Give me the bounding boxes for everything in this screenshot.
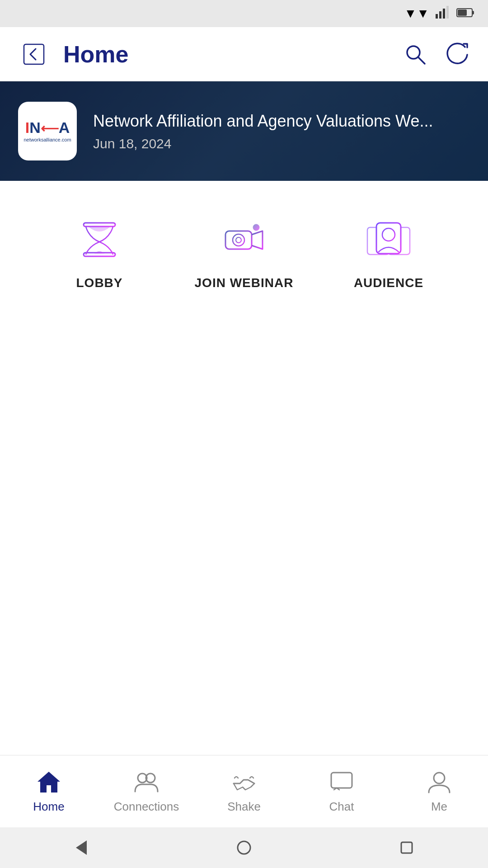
nav-connections[interactable]: Connections [98,769,195,814]
svg-marker-21 [38,772,60,793]
svg-rect-1 [439,11,441,19]
svg-rect-2 [443,9,445,19]
svg-point-14 [233,234,244,246]
signal-icon [436,6,450,22]
svg-point-25 [434,773,445,783]
nav-shake-label: Shake [227,800,261,814]
search-button[interactable] [403,42,427,66]
svg-rect-3 [446,6,449,19]
status-bar: ▼▼ [0,0,488,27]
svg-line-9 [418,57,425,64]
nav-me-label: Me [431,800,447,814]
nav-shake[interactable]: Shake [195,769,293,814]
banner-logo: IN⟵A networksalliance.com [18,102,77,160]
lobby-icon [72,212,127,267]
join-webinar-icon [217,212,271,267]
lobby-button[interactable]: LOBBY [27,212,172,290]
audience-icon [361,212,416,267]
banner-event-title: Network Affiliation and Agency Valuation… [93,111,433,132]
nav-home[interactable]: Home [0,769,98,814]
main-content [0,308,488,755]
svg-point-15 [236,237,241,243]
bottom-navigation: Home Connections Shake Chat [0,755,488,827]
svg-rect-5 [472,11,474,14]
svg-rect-6 [458,9,467,16]
svg-point-27 [238,841,250,854]
android-home-button[interactable] [230,834,258,861]
wifi-icon: ▼▼ [404,6,429,21]
banner-content: Network Affiliation and Agency Valuation… [93,111,433,152]
svg-rect-7 [24,44,44,64]
android-recent-button[interactable] [393,834,420,861]
banner-event-date: Jun 18, 2024 [93,136,433,151]
svg-rect-28 [401,842,412,853]
svg-point-16 [253,224,259,231]
svg-rect-0 [436,14,438,19]
refresh-button[interactable] [446,42,470,66]
svg-marker-26 [76,840,87,855]
android-nav-bar [0,827,488,868]
nav-me[interactable]: Me [390,769,488,814]
actions-grid: LOBBY JOIN WEBI [0,181,488,308]
svg-rect-10 [84,223,115,226]
svg-rect-24 [331,773,352,788]
nav-home-label: Home [33,800,64,814]
audience-label: AUDIENCE [354,276,423,290]
page-title: Home [63,41,403,68]
nav-chat-label: Chat [329,800,354,814]
audience-button[interactable]: AUDIENCE [316,212,461,290]
back-button[interactable] [18,38,50,70]
lobby-label: LOBBY [76,276,123,290]
join-webinar-label: JOIN WEBINAR [195,276,294,290]
android-back-button[interactable] [68,834,95,861]
nav-connections-label: Connections [114,800,179,814]
svg-rect-19 [376,223,401,254]
join-webinar-button[interactable]: JOIN WEBINAR [172,212,316,290]
nav-chat[interactable]: Chat [293,769,390,814]
top-navigation: Home [0,27,488,81]
event-banner[interactable]: IN⟵A networksalliance.com Network Affili… [0,81,488,181]
battery-icon [456,7,474,21]
